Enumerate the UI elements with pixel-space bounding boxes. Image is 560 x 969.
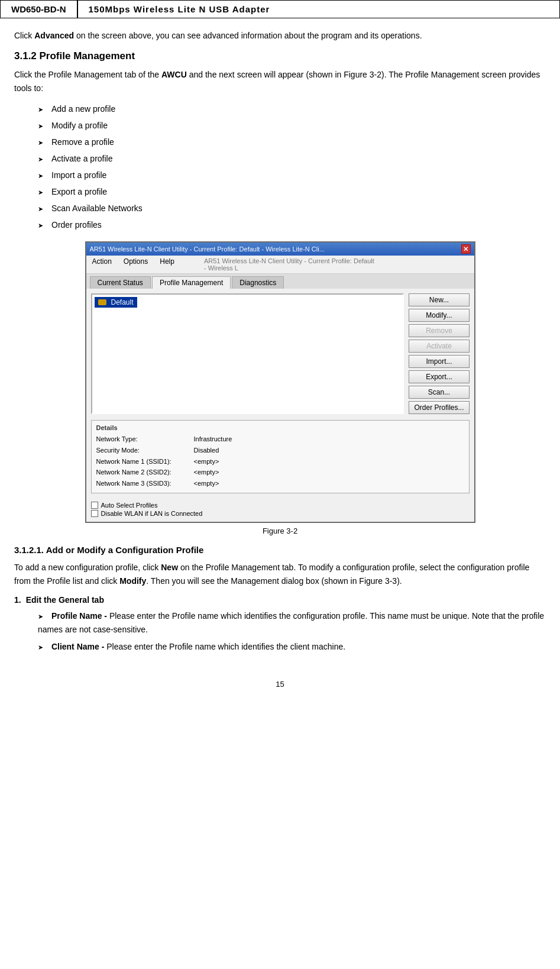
remove-button[interactable]: Remove (409, 324, 469, 337)
main-panel: Default New... Modify... Remove Activate… (91, 293, 470, 495)
section-3121-title: 3.1.2.1. Add or Modify a Configuration P… (14, 545, 546, 555)
section-3121: 3.1.2.1. Add or Modify a Configuration P… (14, 545, 546, 654)
auto-select-checkbox[interactable] (91, 502, 98, 509)
export-button[interactable]: Export... (409, 370, 469, 383)
auto-select-label: Auto Select Profiles (101, 502, 158, 509)
tab-bar: Current Status Profile Management Diagno… (86, 274, 474, 289)
detail-row-3: Network Name 2 (SSID2): <empty> (96, 467, 464, 478)
edit-general-tab: 1.Edit the General tab Profile Name - Pl… (14, 595, 546, 654)
product-description: 150Mbps Wireless Lite N USB Adapter (78, 1, 281, 18)
profile-name-item: Profile Name - Please enter the Profile … (32, 609, 546, 637)
top-row: Default New... Modify... Remove Activate… (91, 293, 470, 414)
detail-label-4: Network Name 3 (SSID3): (96, 478, 194, 489)
detail-value-1: Disabled (194, 445, 219, 456)
numbered-title-1: 1.Edit the General tab (14, 595, 546, 605)
screenshot-container: AR51 Wireless Lite-N Client Utility - Cu… (14, 241, 546, 535)
disable-wlan-checkbox[interactable] (91, 510, 98, 517)
checkbox-disable-wlan: Disable WLAN if LAN is Connected (91, 510, 470, 517)
detail-label-3: Network Name 2 (SSID2): (96, 467, 194, 478)
detail-label-2: Network Name 1 (SSID1): (96, 456, 194, 467)
activate-button[interactable]: Activate (409, 340, 469, 353)
scan-button[interactable]: Scan... (409, 386, 469, 399)
detail-row-1: Security Mode: Disabled (96, 445, 464, 456)
list-item: Modify a profile (32, 117, 546, 134)
tab-current-status[interactable]: Current Status (90, 276, 151, 289)
detail-value-2: <empty> (194, 456, 219, 467)
new-button[interactable]: New... (409, 293, 469, 306)
order-profiles-button[interactable]: Order Profiles... (409, 401, 469, 414)
import-button[interactable]: Import... (409, 355, 469, 368)
section-312: 3.1.2 Profile Management Click the Profi… (14, 50, 546, 233)
tab-profile-management[interactable]: Profile Management (152, 276, 231, 289)
disable-wlan-label: Disable WLAN if LAN is Connected (101, 510, 203, 517)
profile-item-default[interactable]: Default (95, 297, 137, 308)
details-section: Details Network Type: Infrastructure Sec… (91, 414, 470, 495)
menubar: Action Options Help AR51 Wireless Lite-N… (86, 256, 474, 274)
client-name-item: Client Name - Please enter the Profile n… (32, 640, 546, 654)
intro-paragraph: Click Advanced on the screen above, you … (14, 29, 546, 42)
details-panel: Details Network Type: Infrastructure Sec… (91, 420, 470, 493)
window-body: Default New... Modify... Remove Activate… (86, 289, 474, 500)
profile-name-label: Profile Name - (51, 611, 107, 621)
page-content: Click Advanced on the screen above, you … (0, 29, 560, 674)
detail-value-4: <empty> (194, 478, 219, 489)
list-item: Remove a profile (32, 134, 546, 150)
list-item: Export a profile (32, 183, 546, 200)
modify-button[interactable]: Modify... (409, 309, 469, 322)
tab-diagnostics[interactable]: Diagnostics (232, 276, 284, 289)
section-312-intro: Click the Profile Management tab of the … (14, 68, 546, 95)
client-name-label: Client Name - (51, 642, 104, 651)
section-3121-body: To add a new configuration profile, clic… (14, 561, 546, 588)
list-item: Import a profile (32, 167, 546, 183)
list-item: Activate a profile (32, 150, 546, 167)
detail-row-2: Network Name 1 (SSID1): <empty> (96, 456, 464, 467)
page-header: WD650-BD-N 150Mbps Wireless Lite N USB A… (0, 0, 560, 18)
close-button[interactable]: ✕ (461, 244, 471, 254)
profile-icon (98, 299, 106, 305)
model-number: WD650-BD-N (1, 1, 78, 18)
detail-value-0: Infrastructure (194, 434, 232, 445)
window-title-long: AR51 Wireless Lite-N Client Utility - Cu… (202, 257, 379, 272)
general-tab-items: Profile Name - Please enter the Profile … (32, 609, 546, 654)
detail-row-0: Network Type: Infrastructure (96, 434, 464, 445)
window-title: AR51 Wireless Lite-N Client Utility - Cu… (90, 246, 325, 253)
numbered-title-text: Edit the General tab (26, 595, 104, 605)
menu-action[interactable]: Action (90, 257, 114, 272)
list-item: Add a new profile (32, 101, 546, 117)
detail-row-4: Network Name 3 (SSID3): <empty> (96, 478, 464, 489)
simulated-window: AR51 Wireless Lite-N Client Utility - Cu… (85, 241, 475, 522)
checkbox-auto-select: Auto Select Profiles (91, 502, 470, 509)
page-number: 15 (0, 674, 560, 691)
details-title: Details (96, 424, 464, 431)
profile-list[interactable]: Default (91, 293, 404, 414)
detail-label-0: Network Type: (96, 434, 194, 445)
detail-label-1: Security Mode: (96, 445, 194, 456)
list-item: Order profiles (32, 217, 546, 233)
figure-caption: Figure 3-2 (263, 527, 297, 535)
bottom-section: Auto Select Profiles Disable WLAN if LAN… (86, 502, 474, 522)
list-item: Scan Available Networks (32, 200, 546, 217)
section-312-title: 3.1.2 Profile Management (14, 50, 546, 62)
menu-help[interactable]: Help (157, 257, 177, 272)
action-buttons: New... Modify... Remove Activate Import.… (409, 293, 469, 414)
menu-options[interactable]: Options (121, 257, 150, 272)
number-label: 1. (14, 595, 21, 605)
detail-value-3: <empty> (194, 467, 219, 478)
feature-list: Add a new profile Modify a profile Remov… (32, 101, 546, 233)
profile-name: Default (111, 298, 134, 306)
window-titlebar: AR51 Wireless Lite-N Client Utility - Cu… (86, 243, 474, 256)
